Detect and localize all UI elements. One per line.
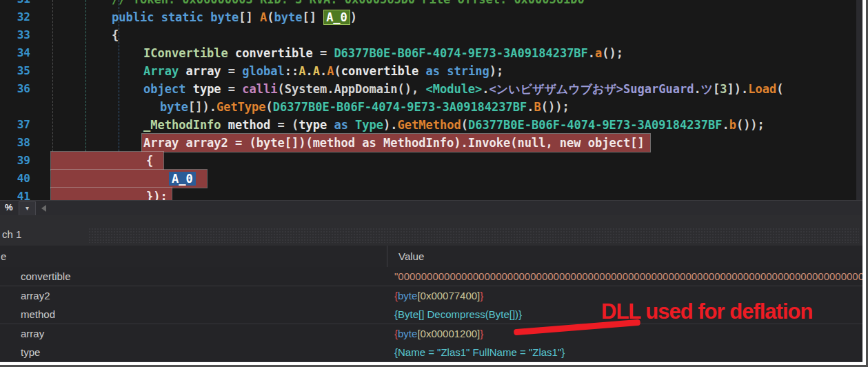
watch-variable-name[interactable]: type [21, 343, 40, 361]
code-token: byte [274, 10, 302, 24]
line-number[interactable]: 37 [0, 116, 30, 134]
watch-variable-name[interactable]: convertible [21, 267, 71, 286]
selected-text-A_0: A_0 [169, 172, 196, 186]
code-token: ()); [736, 118, 765, 132]
code-token: ( [334, 64, 341, 78]
code-token: ]). [727, 82, 749, 96]
code-token: { [112, 28, 119, 42]
code-token: object [143, 82, 185, 96]
decompiler-debugger-window: 31// Token: 0x06000003 RID: 3 RVA: 0x000… [0, 0, 862, 362]
scroll-left-icon[interactable] [41, 205, 46, 212]
code-token: _MethodInfo [143, 118, 221, 132]
code-token: Array array2 = (byte[])(method as Method… [143, 136, 645, 150]
code-token: D6377B0E-B06F-4074-9E73-3A09184237BF [334, 46, 587, 60]
code-token: as [327, 118, 355, 132]
watch-variable-name[interactable]: array [21, 324, 44, 343]
value-token: [0x00077400] [417, 290, 480, 301]
value-token: {Byte[] Decompress(Byte[])} [394, 308, 522, 320]
code-token: ). [383, 118, 397, 132]
code-token: (System.AppDomain(), [278, 82, 426, 96]
line-number[interactable]: 35 [0, 62, 30, 80]
watch-panel-titlebar[interactable]: ch 1 [0, 215, 862, 246]
line-number[interactable]: 41 [0, 188, 30, 200]
code-token: D6377B0E-B06F-4074-9E73-3A09184237BF [468, 118, 722, 132]
code-token: GetMethod [398, 118, 461, 132]
value-token: byte [398, 290, 417, 301]
code-token: IConvertible [143, 46, 235, 60]
code-line[interactable]: 35Array array = global::A.A.A(convertibl… [0, 62, 862, 80]
watch-row[interactable]: array{byte[0x00001200]} [0, 324, 862, 344]
code-line[interactable]: 34IConvertible convertible = D6377B0E-B0… [0, 44, 862, 62]
code-token: A [299, 64, 305, 78]
code-token: B [534, 100, 541, 114]
watch-tab-title: ch 1 [2, 228, 21, 240]
horizontal-scrollbar-track[interactable] [52, 201, 862, 215]
code-token: A [313, 64, 320, 78]
code-line[interactable]: 33{ [0, 26, 862, 44]
code-line[interactable]: 39{ [0, 152, 862, 170]
code-token: . [320, 64, 327, 78]
highlighted-symbol-A_0: A_0 [323, 10, 350, 25]
watch-row[interactable]: convertible"0000000000000000000000000000… [0, 267, 862, 286]
line-number[interactable]: 40 [0, 170, 30, 188]
code-token: . [527, 100, 534, 114]
line-number[interactable]: 33 [0, 26, 30, 44]
code-token: convertible [341, 64, 419, 78]
code-line[interactable]: byte[]).GetType(D6377B0E-B06F-4074-9E73-… [0, 98, 862, 116]
code-token: A [260, 10, 267, 24]
line-number[interactable]: 38 [0, 134, 30, 152]
value-column-header[interactable]: Value [398, 246, 424, 267]
code-token: . [305, 64, 312, 78]
watch-variable-name[interactable]: array2 [21, 286, 50, 305]
watch-row[interactable]: type{Name = "Zlas1" FullName = "Zlas1"} [0, 343, 862, 362]
code-token: convertible [235, 46, 313, 60]
code-line[interactable]: 32public static byte[] A(byte[] A_0) [0, 8, 862, 26]
execution-highlight-block: { [51, 152, 163, 170]
zoom-percent-label: % [5, 202, 13, 212]
line-number[interactable]: 36 [0, 80, 30, 98]
code-token: string [447, 64, 489, 78]
watch-variable-value[interactable]: {byte[0x00077400]} [394, 286, 483, 305]
code-line[interactable]: 37_MethodInfo method = (type as Type).Ge… [0, 116, 862, 134]
value-token: {Name = "Zlas1" FullName = "Zlas1"} [394, 346, 565, 358]
code-token: = [221, 82, 243, 96]
line-number[interactable]: 31 [0, 0, 30, 8]
code-token: Load [748, 82, 776, 96]
code-line[interactable]: 31// Token: 0x06000003 RID: 3 RVA: 0x000… [0, 0, 862, 8]
code-token: <Module> [425, 82, 482, 96]
code-token: []). [188, 100, 216, 114]
code-token: <ンいビザザムウブおザ>SugarGuard [489, 82, 694, 96]
code-line[interactable]: 41}); [0, 188, 862, 200]
code-editor[interactable]: 31// Token: 0x06000003 RID: 3 RVA: 0x000… [0, 0, 862, 200]
code-token: ); [489, 64, 503, 78]
watch-variable-name[interactable]: method [21, 305, 55, 324]
code-token: type [299, 118, 327, 132]
code-token: . [482, 82, 489, 96]
watch-variable-value[interactable]: {Byte[] Decompress(Byte[])} [394, 305, 522, 324]
code-token: ツ [701, 82, 713, 96]
line-number[interactable]: 34 [0, 44, 30, 62]
titlebar-drag-texture [88, 228, 859, 243]
line-number[interactable]: 39 [0, 152, 30, 170]
watch-header-row: e Value [0, 246, 862, 268]
code-token: b [729, 118, 736, 132]
code-line[interactable]: 38Array array2 = (byte[])(method as Meth… [0, 134, 862, 152]
execution-highlight-block: A_0 [51, 170, 207, 188]
watch-panel: ch 1 e Value convertible"000000000000000… [0, 215, 862, 362]
code-token: ) [350, 10, 357, 24]
value-token: byte [398, 328, 417, 339]
code-token: 3 [720, 82, 727, 96]
code-token: ( [776, 82, 783, 96]
name-column-header[interactable]: e [1, 246, 6, 267]
line-number[interactable]: 32 [0, 8, 30, 26]
watch-variable-value[interactable]: {byte[0x00001200]} [394, 324, 483, 343]
watch-variable-value[interactable]: "000000000000000000000000000000000000000… [394, 267, 862, 286]
code-token: . [694, 82, 700, 96]
zoom-dropdown-button[interactable]: ▾ [19, 201, 36, 216]
code-line[interactable]: 40A_0 [0, 170, 862, 188]
code-token: = [221, 64, 243, 78]
watch-variable-value[interactable]: {Name = "Zlas1" FullName = "Zlas1"} [394, 343, 565, 361]
chevron-down-icon: ▾ [26, 204, 29, 212]
code-line[interactable]: 36object type = calli(System.AppDomain()… [0, 80, 862, 98]
code-token: byte [160, 100, 188, 114]
